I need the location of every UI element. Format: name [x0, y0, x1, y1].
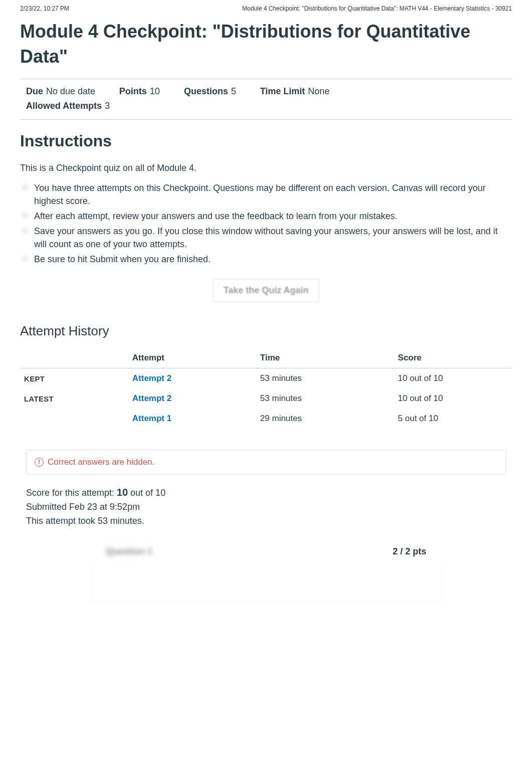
question-body-placeholder [91, 567, 441, 602]
row-label: KEPT [20, 368, 128, 389]
attempt-link[interactable]: Attempt 2 [132, 373, 171, 383]
meta-questions: Questions5 [184, 86, 236, 97]
warning-icon: ! [35, 458, 44, 467]
table-row: Attempt 1 29 minutes 5 out of 10 [20, 409, 512, 429]
duration-line: This attempt took 53 minutes. [26, 514, 506, 528]
meta-points-value: 10 [150, 86, 160, 96]
table-row: KEPT Attempt 2 53 minutes 10 out of 10 [20, 368, 512, 389]
row-time: 29 minutes [256, 409, 394, 429]
instructions-item: Be sure to hit Submit when you are finis… [20, 253, 512, 266]
meta-points-label: Points [119, 86, 147, 96]
attempt-history-table: Attempt Time Score KEPT Attempt 2 53 min… [20, 348, 512, 429]
row-score: 10 out of 10 [394, 368, 512, 389]
row-label: LATEST [20, 388, 128, 409]
attempt-history-heading: Attempt History [20, 323, 512, 339]
meta-allowed-attempts: Allowed Attempts3 [26, 101, 506, 111]
submitted-line: Submitted Feb 23 at 9:52pm [26, 500, 506, 514]
meta-time-limit-label: Time Limit [260, 86, 305, 96]
instructions-item: You have three attempts on this Checkpoi… [20, 181, 512, 208]
attempt-link[interactable]: Attempt 1 [132, 414, 171, 423]
score-value: 10 [117, 487, 128, 498]
row-time: 53 minutes [256, 368, 394, 389]
meta-time-limit-value: None [308, 86, 330, 96]
instructions-heading: Instructions [20, 132, 512, 150]
col-blank [20, 348, 128, 368]
meta-allowed-label: Allowed Attempts [26, 101, 102, 111]
col-score: Score [394, 348, 512, 368]
row-time: 53 minutes [256, 388, 394, 409]
instructions-list: You have three attempts on this Checkpoi… [20, 181, 512, 266]
attempt-link[interactable]: Attempt 2 [132, 394, 171, 403]
page-title: Module 4 Checkpoint: "Distributions for … [20, 19, 512, 70]
meta-due-value: No due date [46, 86, 95, 96]
col-time: Time [256, 348, 394, 368]
meta-due-label: Due [26, 86, 43, 96]
question-header: Question 1 2 / 2 pts [91, 543, 441, 560]
meta-due: DueNo due date [26, 86, 95, 97]
meta-points: Points10 [119, 86, 160, 97]
instructions-intro: This is a Checkpoint quiz on all of Modu… [20, 161, 512, 174]
quiz-meta-bar: DueNo due date Points10 Questions5 Time … [20, 79, 512, 120]
print-doc-title: Module 4 Checkpoint: "Distributions for … [242, 5, 512, 12]
instructions-item: Save your answers as you go. If you clos… [20, 225, 512, 251]
meta-questions-value: 5 [231, 86, 236, 96]
print-timestamp: 2/23/22, 10:27 PM [20, 5, 69, 12]
question-label: Question 1 [106, 546, 152, 557]
meta-time-limit: Time LimitNone [260, 86, 330, 97]
question-points: 2 / 2 pts [393, 546, 426, 557]
instructions-item: After each attempt, review your answers … [20, 210, 512, 223]
row-score: 5 out of 10 [394, 409, 512, 429]
table-row: LATEST Attempt 2 53 minutes 10 out of 10 [20, 388, 512, 409]
col-attempt: Attempt [128, 348, 256, 368]
correct-answers-hidden-alert: ! Correct answers are hidden. [26, 450, 506, 475]
print-header: 2/23/22, 10:27 PM Module 4 Checkpoint: "… [20, 0, 512, 16]
take-quiz-again-button[interactable]: Take the Quiz Again [213, 279, 319, 302]
table-header-row: Attempt Time Score [20, 348, 512, 368]
alert-text: Correct answers are hidden. [48, 457, 155, 467]
attempt-summary: Score for this attempt: 10 out of 10 Sub… [26, 485, 506, 528]
meta-questions-label: Questions [184, 86, 228, 96]
row-label [20, 409, 128, 429]
meta-allowed-value: 3 [105, 101, 110, 111]
row-score: 10 out of 10 [394, 388, 512, 409]
score-line: Score for this attempt: 10 out of 10 [26, 485, 506, 500]
